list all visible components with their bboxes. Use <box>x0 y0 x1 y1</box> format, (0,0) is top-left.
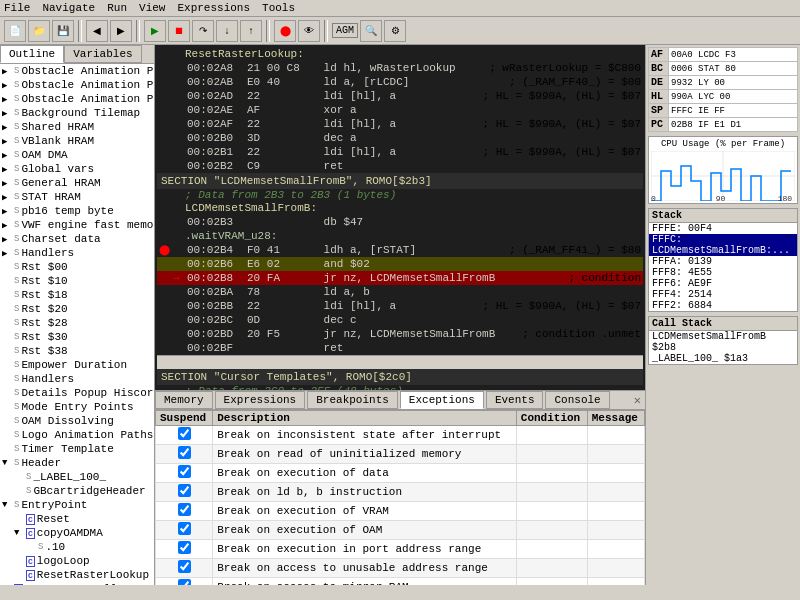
exception-suspend-cell[interactable] <box>156 502 213 521</box>
code-line[interactable]: 00:02B3 db $47 <box>157 215 643 229</box>
exception-suspend-cell[interactable] <box>156 578 213 586</box>
tab-expressions[interactable]: Expressions <box>215 391 306 409</box>
code-line[interactable]: 00:02B2 C9 ret <box>157 159 643 173</box>
tree-item[interactable]: ▶ SHandlers <box>0 246 154 260</box>
tree-item[interactable]: SRst $10 <box>0 274 154 288</box>
menu-navigate[interactable]: Navigate <box>42 2 95 14</box>
tree-item[interactable]: ▶ SVWF engine fast memory <box>0 218 154 232</box>
code-line[interactable]: 00:02AB E0 40 ld a, [rLCDC] ; (_RAM_FF40… <box>157 75 643 89</box>
menu-view[interactable]: View <box>139 2 165 14</box>
menu-tools[interactable]: Tools <box>262 2 295 14</box>
menu-run[interactable]: Run <box>107 2 127 14</box>
exception-suspend-cell[interactable] <box>156 426 213 445</box>
exception-checkbox[interactable] <box>178 446 191 459</box>
exception-suspend-cell[interactable] <box>156 521 213 540</box>
save-button[interactable]: 💾 <box>52 20 74 42</box>
tree-item[interactable]: ▶ SGeneral HRAM <box>0 176 154 190</box>
exception-checkbox[interactable] <box>178 484 191 497</box>
tree-item[interactable]: SEmpower Duration <box>0 358 154 372</box>
tree-item[interactable]: CReset <box>0 512 154 526</box>
tree-item[interactable]: ▶ SBackground Tilemap <box>0 106 154 120</box>
stop-button[interactable]: ⏹ <box>168 20 190 42</box>
exception-checkbox[interactable] <box>178 465 191 478</box>
tree-item[interactable]: SGBcartridgeHeader <box>0 484 154 498</box>
tree-item[interactable]: ClogoLoop <box>0 554 154 568</box>
tree-item[interactable]: SRst $20 <box>0 302 154 316</box>
menu-file[interactable]: File <box>4 2 30 14</box>
exceptions-table-container[interactable]: Suspend Description Condition Message Br… <box>155 410 645 585</box>
tree-item[interactable]: ▶ SVBlank HRAM <box>0 134 154 148</box>
tree-item[interactable]: SRst $28 <box>0 316 154 330</box>
tree-item[interactable]: SRst $18 <box>0 288 154 302</box>
tree-item[interactable]: ▼ CcopyOAMDMA <box>0 526 154 540</box>
code-line[interactable]: 00:02BB 22 ldi [hl], a ; HL = $990A, (HL… <box>157 299 643 313</box>
tab-variables[interactable]: Variables <box>64 45 141 63</box>
tree-item[interactable]: SMode Entry Points <box>0 400 154 414</box>
tree-item[interactable]: SOAM Dissolving <box>0 414 154 428</box>
tree-item[interactable]: ▶ Spb16 temp byte <box>0 204 154 218</box>
breakpoint-button[interactable]: ⬤ <box>274 20 296 42</box>
h-scrollbar[interactable] <box>157 355 643 369</box>
tree-item[interactable]: S.10 <box>0 540 154 554</box>
tree-item[interactable]: ▶ SOAM DMA <box>0 148 154 162</box>
code-area[interactable]: ResetRasterLookup: 00:02A8 21 00 C8 ld h… <box>155 45 645 390</box>
step-over-button[interactable]: ↷ <box>192 20 214 42</box>
tab-events[interactable]: Events <box>486 391 544 409</box>
open-button[interactable]: 📁 <box>28 20 50 42</box>
code-line[interactable]: 00:02B1 22 ldi [hl], a ; HL = $990A, (HL… <box>157 145 643 159</box>
exception-suspend-cell[interactable] <box>156 559 213 578</box>
exception-checkbox[interactable] <box>178 560 191 573</box>
code-line[interactable]: 00:02B0 3D dec a <box>157 131 643 145</box>
settings-button[interactable]: ⚙ <box>384 20 406 42</box>
exception-suspend-cell[interactable] <box>156 540 213 559</box>
tree-item[interactable]: SDetails Popup Hiscore <box>0 386 154 400</box>
exception-suspend-cell[interactable] <box>156 483 213 502</box>
forward-button[interactable]: ▶ <box>110 20 132 42</box>
code-line[interactable]: ⬤ 00:02B4 F0 41 ldh a, [rSTAT] ; (_RAM_F… <box>157 243 643 257</box>
tree-item[interactable]: ▶ SShared HRAM <box>0 120 154 134</box>
tree-item[interactable]: STimer Template <box>0 442 154 456</box>
code-line[interactable]: 00:02AF 22 ldi [hl], a ; HL = $990A, (HL… <box>157 117 643 131</box>
new-button[interactable]: 📄 <box>4 20 26 42</box>
back-button[interactable]: ◀ <box>86 20 108 42</box>
tree-item[interactable]: S_LABEL_100_ <box>0 470 154 484</box>
tree-item[interactable]: ▶ SCharset data <box>0 232 154 246</box>
code-line[interactable]: 00:02B6 E6 02 and $02 <box>157 257 643 271</box>
tree-item[interactable]: CResetRasterLookup <box>0 568 154 582</box>
exception-checkbox[interactable] <box>178 503 191 516</box>
tree-item[interactable]: SRst $00 <box>0 260 154 274</box>
tree-item[interactable]: SHandlers <box>0 372 154 386</box>
watch-button[interactable]: 👁 <box>298 20 320 42</box>
exception-suspend-cell[interactable] <box>156 464 213 483</box>
step-out-button[interactable]: ↑ <box>240 20 262 42</box>
tree-item[interactable]: SRst $38 <box>0 344 154 358</box>
exception-checkbox[interactable] <box>178 522 191 535</box>
tree-item[interactable]: ▶ SSTAT HRAM <box>0 190 154 204</box>
code-line[interactable]: 00:02BA 78 ld a, b <box>157 285 643 299</box>
menu-expressions[interactable]: Expressions <box>177 2 250 14</box>
exception-checkbox[interactable] <box>178 541 191 554</box>
exception-suspend-cell[interactable] <box>156 445 213 464</box>
tree-item[interactable]: CLCDMemsetSmallFromB <box>0 582 154 585</box>
tree-item[interactable]: ▶ SGlobal vars <box>0 162 154 176</box>
tab-exceptions[interactable]: Exceptions <box>400 391 484 409</box>
run-button[interactable]: ▶ <box>144 20 166 42</box>
close-bottom-icon[interactable]: ✕ <box>634 393 641 408</box>
code-line[interactable]: →00:02B8 20 FA jr nz, LCDMemsetSmallFrom… <box>157 271 643 285</box>
tab-memory[interactable]: Memory <box>155 391 213 409</box>
code-line[interactable]: 00:02AE AF xor a <box>157 103 643 117</box>
code-line[interactable]: 00:02A8 21 00 C8 ld hl, wRasterLookup ; … <box>157 61 643 75</box>
tree-item[interactable]: SRst $30 <box>0 330 154 344</box>
step-into-button[interactable]: ↓ <box>216 20 238 42</box>
tab-outline[interactable]: Outline <box>0 45 64 63</box>
tree-item[interactable]: ▶ SObstacle Animation Pat... <box>0 92 154 106</box>
tab-breakpoints[interactable]: Breakpoints <box>307 391 398 409</box>
tree-item[interactable]: ▶ SObstacle Animation Pat... <box>0 64 154 78</box>
tree-item[interactable]: SLogo Animation Paths <box>0 428 154 442</box>
tab-console[interactable]: Console <box>545 391 609 409</box>
code-line[interactable]: 00:02AD 22 ldi [hl], a ; HL = $990A, (HL… <box>157 89 643 103</box>
tree-item[interactable]: ▼ SHeader <box>0 456 154 470</box>
code-line[interactable]: 00:02BD 20 F5 jr nz, LCDMemsetSmallFromB… <box>157 327 643 341</box>
tree-area[interactable]: ▶ SObstacle Animation Pat...▶ SObstacle … <box>0 64 154 585</box>
code-line[interactable]: 00:02BF ret <box>157 341 643 355</box>
